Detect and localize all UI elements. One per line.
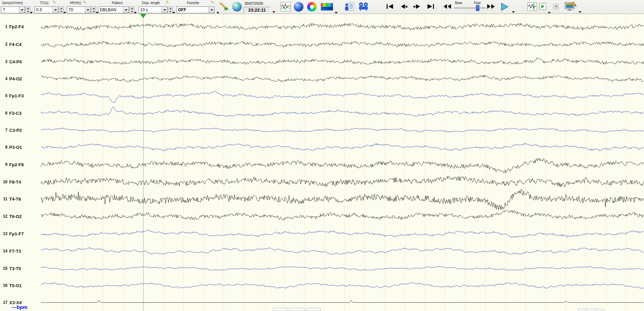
channel-row[interactable]: 8P3-O1 — [0, 144, 22, 150]
slider-fast-label: Fast — [474, 1, 480, 5]
bottom-strip-button[interactable] — [596, 309, 604, 311]
pattern-dropdown-button[interactable] — [123, 7, 129, 13]
head-map-globe-icon[interactable] — [232, 2, 242, 12]
channel-label: Fp1-F3 — [9, 93, 24, 98]
channel-number: 10 — [0, 180, 8, 184]
waveform-analysis-button[interactable] — [281, 2, 291, 11]
bottom-strip-button[interactable] — [306, 308, 321, 311]
hf-value: 70 — [67, 7, 85, 13]
channel-row[interactable]: 11T4-T6 — [0, 196, 21, 202]
sens-dropdown-button[interactable] — [19, 7, 25, 13]
favorite-dropdown-button[interactable] — [209, 7, 214, 13]
review-waveform-button[interactable] — [527, 2, 537, 11]
skip-last-button[interactable] — [427, 4, 434, 11]
favorite-edit-pencil-icon[interactable]: ✎ — [211, 0, 214, 5]
pattern-more-arrow[interactable] — [134, 12, 137, 14]
channel-number: 15 — [0, 266, 8, 271]
time-more-arrow[interactable] — [272, 11, 275, 13]
bottom-strip-button[interactable] — [289, 308, 304, 311]
channel-label: F8-T4 — [9, 180, 21, 185]
tc-value: 0.3 — [35, 7, 53, 13]
hf-spinner[interactable] — [91, 6, 96, 13]
bottom-strip-button[interactable] — [587, 309, 595, 311]
fast-forward-button[interactable] — [487, 4, 495, 11]
disp-length-down-button[interactable] — [168, 10, 173, 13]
hf-select[interactable]: 70 — [67, 6, 91, 13]
hf-down-button[interactable] — [91, 10, 96, 13]
brain-map-sphere-icon[interactable] — [294, 2, 303, 12]
channel-row[interactable]: 10F8-T4 — [0, 179, 21, 185]
disp-length-spinner[interactable] — [168, 6, 173, 13]
spectrum-more-arrow[interactable] — [335, 12, 338, 14]
tc-dropdown-button[interactable] — [53, 7, 58, 13]
channel-row[interactable]: 5Fp1-F3 — [0, 93, 24, 99]
play-more-arrow[interactable] — [512, 11, 515, 13]
tc-down-button[interactable] — [59, 10, 64, 13]
step-forward-button[interactable] — [413, 4, 421, 11]
disp-length-up-button[interactable] — [168, 6, 173, 10]
play-button[interactable] — [500, 3, 509, 12]
channel-row[interactable]: 1Fp2-F4 — [0, 24, 24, 30]
channel-number: 14 — [0, 249, 8, 253]
speed-slider-handle[interactable] — [476, 5, 479, 11]
disp-length-more-arrow[interactable] — [173, 12, 175, 14]
channel-label: T3-T5 — [9, 266, 21, 271]
tc-up-button[interactable] — [59, 6, 64, 10]
channel-row[interactable]: 2F4-C4 — [0, 41, 21, 47]
channel-row[interactable]: 6F3-C3 — [0, 110, 21, 116]
channel-row[interactable]: 13Fp1-F7 — [0, 231, 24, 237]
bottom-strip-button[interactable] — [578, 309, 586, 311]
channel-row[interactable]: 4P4-O2 — [0, 76, 22, 82]
rewind-button[interactable] — [443, 4, 451, 11]
tc-more-arrow[interactable] — [63, 12, 66, 14]
tc-select[interactable]: 0.3 — [34, 6, 58, 13]
time-display: 23:22:11 — [243, 7, 271, 13]
display-more-arrow[interactable] — [579, 11, 581, 13]
channel-row[interactable]: 3C4-P4 — [0, 59, 22, 65]
favorite-more-arrow[interactable] — [216, 12, 219, 14]
pattern-down-button[interactable] — [129, 10, 134, 13]
favorite-select[interactable]: OFF — [176, 6, 214, 13]
video-playback-button[interactable] — [358, 2, 370, 11]
channel-row[interactable]: 12T6-O2 — [0, 213, 22, 219]
spectrum-dsa-button[interactable] — [321, 3, 333, 11]
disp-length-select[interactable]: 10 s — [138, 6, 167, 13]
channel-label: P3-O1 — [9, 145, 22, 150]
channel-row[interactable]: 14F7-T3 — [0, 248, 21, 254]
measure-tool-button[interactable]: 50 — [219, 1, 230, 12]
auto-run-toggle-button[interactable] — [539, 3, 546, 10]
bottom-strip-button[interactable] — [273, 308, 288, 311]
sens-more-arrow[interactable] — [30, 12, 33, 14]
patient-record-button[interactable] — [344, 2, 355, 12]
eeg-trace-canvas[interactable] — [0, 0, 644, 311]
tc-spinner[interactable] — [59, 6, 64, 13]
speed-slider-track[interactable] — [454, 7, 485, 9]
channel-row[interactable]: 7C3-P3 — [0, 127, 22, 133]
favorite-label: Favorite — [187, 1, 199, 5]
gray-left-icon — [555, 5, 557, 8]
channel-row[interactable]: 16T5-O1 — [0, 282, 22, 289]
pattern-select[interactable]: DBLBAN — [98, 6, 129, 13]
step-back-button[interactable] — [400, 4, 408, 11]
hf-dropdown-button[interactable] — [85, 7, 90, 13]
hf-up-button[interactable] — [91, 6, 96, 10]
disp-length-dropdown-button[interactable] — [162, 7, 167, 13]
pattern-label: Pattern — [112, 1, 123, 5]
disp-length-edit-pencil-icon[interactable]: ✎ — [166, 0, 169, 5]
pattern-spinner[interactable] — [129, 6, 134, 13]
hf-label: HF(Hz) — [70, 1, 81, 5]
sens-up-button[interactable] — [25, 6, 30, 10]
spectral-ring-icon[interactable] — [307, 2, 317, 12]
skip-first-button[interactable] — [386, 4, 394, 11]
hf-edit-pencil-icon[interactable]: ✎ — [83, 0, 86, 5]
display-settings-button[interactable] — [564, 1, 576, 12]
pattern-up-button[interactable] — [129, 6, 134, 10]
tc-edit-pencil-icon[interactable]: ✎ — [53, 0, 56, 5]
run-more-arrow[interactable] — [548, 12, 551, 14]
channel-row[interactable]: 9Fp2-F8 — [0, 161, 24, 168]
sens-spinner[interactable] — [25, 6, 30, 13]
sens-select[interactable]: 7 — [1, 6, 25, 13]
channel-row[interactable]: 15T3-T5 — [0, 265, 21, 271]
sens-down-button[interactable] — [25, 10, 30, 13]
channel-label: F7-T3 — [9, 249, 21, 254]
